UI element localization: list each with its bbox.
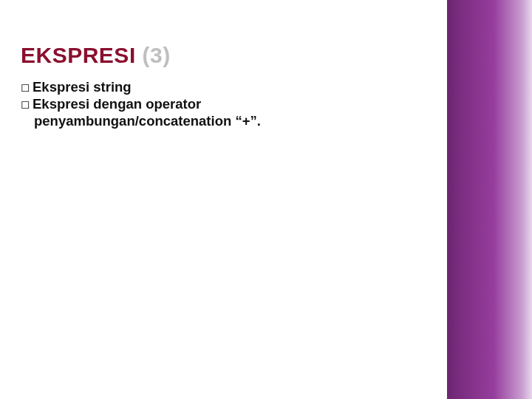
title-main: EKSPRESI xyxy=(21,43,136,67)
bullet-rest: dengan operator xyxy=(93,96,201,112)
square-bullet-icon: ◻ xyxy=(21,98,30,112)
bullet-bold: Ekspresi xyxy=(33,79,89,95)
bullet-continuation: penyambungan/concatenation “+”. xyxy=(21,112,426,129)
list-item: ◻Ekspresi dengan operator xyxy=(21,95,426,112)
bullet-list: ◻Ekspresi string ◻Ekspresi dengan operat… xyxy=(21,78,426,129)
list-item: ◻Ekspresi string xyxy=(21,78,426,95)
title-paren: (3) xyxy=(143,43,171,67)
bullet-rest: string xyxy=(93,79,131,95)
square-bullet-icon: ◻ xyxy=(21,81,30,95)
slide-title: EKSPRESI (3) xyxy=(21,43,426,68)
bullet-bold: Ekspresi xyxy=(33,96,89,112)
slide-content: EKSPRESI (3) ◻Ekspresi string ◻Ekspresi … xyxy=(0,0,447,399)
decorative-sidebar xyxy=(447,0,532,399)
